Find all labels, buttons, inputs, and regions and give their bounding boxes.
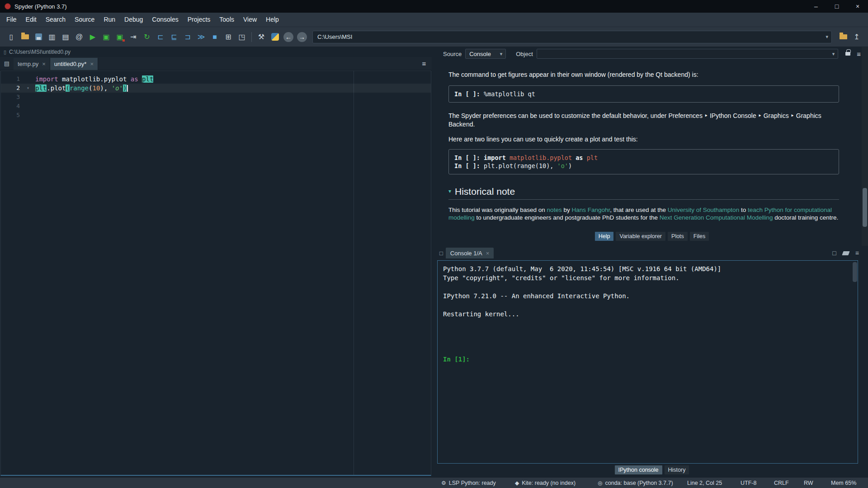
tab-untitled0-py[interactable]: untitled0.py* × [50, 58, 98, 70]
editor-options-button[interactable]: ≡ [416, 60, 432, 67]
open-file-button[interactable] [18, 30, 32, 44]
step-return-button[interactable]: ⊐ [181, 30, 194, 44]
menu-view[interactable]: View [239, 13, 261, 27]
tab-help[interactable]: Help [594, 231, 614, 241]
console-prompt: In [1]: [443, 355, 852, 364]
menu-help[interactable]: Help [261, 13, 283, 27]
token: import [484, 154, 509, 161]
readwrite-text: RW [804, 480, 813, 486]
menu-projects[interactable]: Projects [183, 13, 215, 27]
find-symbols-button[interactable]: @ [72, 30, 86, 44]
chevron-down-icon[interactable]: ▾ [829, 51, 838, 57]
run-cell-advance-button[interactable]: ▣ [113, 30, 127, 44]
run-cell-icon: ▣ [103, 33, 109, 41]
tab-ipython-console[interactable]: IPython console [614, 465, 663, 475]
continue-button[interactable]: ≫ [194, 30, 208, 44]
close-console-icon[interactable]: × [486, 250, 490, 257]
menu-debug[interactable]: Debug [120, 13, 147, 27]
tab-files[interactable]: Files [689, 231, 709, 241]
menu-consoles[interactable]: Consoles [147, 13, 183, 27]
run-cell-button[interactable]: ▣ [99, 30, 113, 44]
status-readwrite: RW [804, 478, 813, 488]
menu-source[interactable]: Source [70, 13, 99, 27]
file-switcher-button[interactable]: ▤ [59, 30, 72, 44]
help-pane: Source Console ▾ Object ▾ ≡ The command … [436, 47, 868, 246]
wrench-icon: ⚒ [258, 33, 264, 41]
token: 'o' [112, 84, 123, 92]
continue-icon: ≫ [198, 33, 205, 41]
help-scrollbar-thumb[interactable] [863, 188, 867, 227]
console-output: IPython 7.21.0 -- An enhanced Interactiv… [443, 291, 852, 300]
lock-icon[interactable] [845, 52, 850, 56]
save-all-button[interactable]: ▥ [45, 30, 59, 44]
minimize-button[interactable]: – [806, 0, 826, 13]
tab-history[interactable]: History [664, 465, 690, 475]
ipython-console[interactable]: Python 3.7.7 (default, May 6 2020, 11:45… [437, 260, 858, 464]
menu-tools[interactable]: Tools [215, 13, 239, 27]
panes-button[interactable]: ⊞ [222, 30, 235, 44]
editor-pane: ▯ C:\Users\MSI\untitled0.py ▤ temp.py × … [0, 47, 432, 476]
open-folder-icon [21, 34, 29, 39]
save-button[interactable] [32, 30, 45, 44]
eraser-icon[interactable] [842, 251, 849, 255]
menu-search[interactable]: Search [41, 13, 70, 27]
chevron-down-icon[interactable]: ▾ [822, 34, 831, 40]
pythonpath-button[interactable] [268, 30, 282, 44]
link-university-of-southampton[interactable]: University of Southampton [668, 206, 739, 213]
close-tab-icon[interactable]: × [42, 61, 46, 67]
rerun-cell-button[interactable]: ↻ [140, 30, 154, 44]
menu-file[interactable]: File [2, 13, 21, 27]
token-matched-paren: ( [66, 84, 69, 92]
tab-temp-py[interactable]: temp.py × [14, 58, 50, 70]
close-button[interactable]: × [847, 0, 868, 13]
source-select-value: Console [469, 51, 491, 57]
fold-column [22, 75, 34, 84]
debug-file-button[interactable]: ⊏ [154, 30, 167, 44]
browse-tabs-button[interactable]: ▤ [0, 56, 14, 70]
link-notes[interactable]: notes [547, 206, 562, 213]
stop-debug-button[interactable]: ■ [208, 30, 222, 44]
token: plt.plot(range(10), [484, 162, 557, 169]
edge-line [354, 71, 354, 475]
historical-note-paragraph: This tutorial was originally based on no… [448, 206, 839, 221]
link-hans-fangohr[interactable]: Hans Fangohr [571, 206, 610, 213]
text: doctoral training centre. [773, 214, 838, 221]
console-options-button[interactable]: ≡ [855, 249, 859, 257]
tab-console-1a[interactable]: Console 1/A × [446, 248, 494, 258]
maximize-pane-button[interactable]: ◳ [235, 30, 249, 44]
new-file-button[interactable]: ▯ [5, 30, 18, 44]
help-scrollbar[interactable] [862, 47, 868, 246]
run-selection-button[interactable]: ⇥ [127, 30, 140, 44]
maximize-button[interactable]: □ [826, 0, 847, 13]
link-ngcm[interactable]: Next Generation Computational Modelling [660, 214, 773, 221]
working-directory-input[interactable] [313, 33, 822, 40]
console-scrollbar-thumb[interactable] [853, 262, 857, 282]
back-button[interactable]: ← [282, 30, 295, 44]
tab-plots[interactable]: Plots [667, 231, 688, 241]
step-into-button[interactable]: ⊑ [167, 30, 181, 44]
step-return-icon: ⊐ [184, 33, 190, 41]
new-window-icon[interactable]: □ [832, 249, 836, 257]
source-select[interactable]: Console ▾ [465, 49, 506, 59]
tab-variable-explorer[interactable]: Variable explorer [615, 231, 666, 241]
text: by [562, 206, 572, 213]
object-input[interactable] [537, 51, 829, 57]
run-file-button[interactable]: ▶ [86, 30, 99, 44]
tab-label: temp.py [18, 61, 38, 67]
forward-button[interactable]: → [295, 30, 309, 44]
browse-tabs-icon: ▤ [4, 60, 9, 67]
help-options-button[interactable]: ≡ [857, 50, 861, 58]
code-editor[interactable]: 1 import matplotlib.pyplot as plt 2 ▾ pl… [0, 70, 431, 476]
close-tab-icon[interactable]: × [90, 61, 94, 67]
memory-text: Mem 65% [831, 480, 856, 486]
console-list-icon[interactable]: □ [439, 250, 443, 257]
preferences-button[interactable]: ⚒ [255, 30, 268, 44]
parent-directory-button[interactable]: ↥ [850, 30, 863, 44]
section-collapse-icon[interactable]: ▾ [448, 187, 451, 196]
menu-run[interactable]: Run [99, 13, 120, 27]
working-directory-field: ▾ [312, 31, 832, 43]
menu-edit[interactable]: Edit [21, 13, 41, 27]
fold-arrow-icon[interactable]: ▾ [22, 84, 34, 93]
object-combobox: ▾ [537, 49, 838, 59]
browse-directory-button[interactable] [836, 30, 850, 44]
